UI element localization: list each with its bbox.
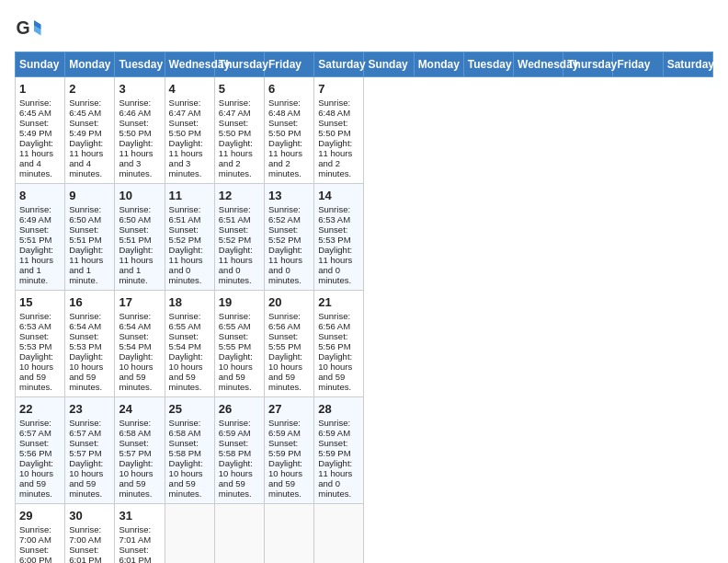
day-number: 23	[69, 402, 110, 416]
day-cell: 17Sunrise: 6:54 AMSunset: 5:54 PMDayligh…	[115, 291, 165, 397]
sunset-label: Sunset: 6:01 PM	[119, 545, 151, 563]
sunrise-label: Sunrise: 6:51 AM	[219, 204, 251, 224]
sunset-label: Sunset: 5:59 PM	[318, 438, 350, 458]
day-cell: 24Sunrise: 6:58 AMSunset: 5:57 PMDayligh…	[115, 397, 165, 504]
daylight-label: Daylight: 10 hours and 59 minutes.	[19, 458, 53, 499]
sunrise-label: Sunrise: 6:58 AM	[169, 418, 201, 438]
calendar-table: SundayMondayTuesdayWednesdayThursdayFrid…	[15, 52, 713, 563]
day-number: 14	[318, 189, 359, 202]
sunrise-label: Sunrise: 7:00 AM	[69, 524, 101, 545]
sunset-label: Sunset: 6:00 PM	[19, 545, 51, 563]
daylight-label: Daylight: 10 hours and 59 minutes.	[169, 351, 203, 392]
header-sunday: Sunday	[364, 52, 414, 77]
week-row-1: 1Sunrise: 6:45 AMSunset: 5:49 PMDaylight…	[16, 77, 713, 184]
header-day-thursday: Thursday	[214, 52, 264, 77]
day-number: 4	[169, 82, 210, 96]
sunset-label: Sunset: 5:58 PM	[169, 438, 201, 458]
sunset-label: Sunset: 5:55 PM	[219, 331, 251, 351]
day-cell: 18Sunrise: 6:55 AMSunset: 5:54 PMDayligh…	[165, 291, 214, 397]
day-number: 21	[318, 295, 359, 309]
day-cell: 14Sunrise: 6:53 AMSunset: 5:53 PMDayligh…	[314, 184, 364, 291]
sunset-label: Sunset: 5:58 PM	[219, 438, 251, 458]
day-cell: 1Sunrise: 6:45 AMSunset: 5:49 PMDaylight…	[16, 77, 65, 184]
daylight-label: Daylight: 11 hours and 2 minutes.	[318, 138, 352, 178]
day-number: 15	[19, 295, 61, 309]
sunrise-label: Sunrise: 6:55 AM	[219, 311, 251, 331]
header-saturday: Saturday	[663, 52, 712, 77]
sunset-label: Sunset: 5:59 PM	[268, 438, 301, 458]
daylight-label: Daylight: 11 hours and 3 minutes.	[119, 138, 153, 178]
sunrise-label: Sunrise: 6:54 AM	[69, 311, 101, 331]
logo: G	[15, 15, 46, 42]
day-number: 11	[169, 189, 210, 202]
day-cell: 19Sunrise: 6:55 AMSunset: 5:55 PMDayligh…	[214, 291, 264, 397]
daylight-label: Daylight: 11 hours and 2 minutes.	[219, 138, 253, 178]
daylight-label: Daylight: 11 hours and 0 minutes.	[169, 245, 203, 285]
daylight-label: Daylight: 10 hours and 59 minutes.	[318, 351, 352, 392]
day-number: 12	[219, 189, 260, 202]
daylight-label: Daylight: 10 hours and 59 minutes.	[268, 351, 302, 392]
day-cell: 13Sunrise: 6:52 AMSunset: 5:52 PMDayligh…	[265, 184, 314, 291]
day-number: 1	[19, 82, 61, 96]
daylight-label: Daylight: 10 hours and 59 minutes.	[119, 458, 153, 499]
daylight-label: Daylight: 11 hours and 3 minutes.	[169, 138, 203, 178]
header-day-monday: Monday	[65, 52, 115, 77]
daylight-label: Daylight: 10 hours and 59 minutes.	[119, 351, 153, 392]
day-cell: 2Sunrise: 6:45 AMSunset: 5:49 PMDaylight…	[65, 77, 115, 184]
day-number: 2	[69, 82, 110, 96]
day-cell: 26Sunrise: 6:59 AMSunset: 5:58 PMDayligh…	[214, 397, 264, 504]
week-row-2: 8Sunrise: 6:49 AMSunset: 5:51 PMDaylight…	[16, 184, 713, 291]
day-number: 22	[19, 402, 61, 416]
day-cell: 6Sunrise: 6:48 AMSunset: 5:50 PMDaylight…	[265, 77, 314, 184]
sunrise-label: Sunrise: 6:45 AM	[69, 98, 101, 118]
day-number: 27	[268, 402, 310, 416]
day-number: 20	[268, 295, 310, 309]
header-day-sunday: Sunday	[16, 52, 65, 77]
day-cell: 22Sunrise: 6:57 AMSunset: 5:56 PMDayligh…	[16, 397, 65, 504]
daylight-label: Daylight: 10 hours and 59 minutes.	[69, 458, 103, 499]
sunset-label: Sunset: 5:51 PM	[119, 224, 151, 245]
header-thursday: Thursday	[563, 52, 613, 77]
day-cell: 5Sunrise: 6:47 AMSunset: 5:50 PMDaylight…	[214, 77, 264, 184]
day-number: 7	[318, 82, 359, 96]
header-wednesday: Wednesday	[514, 52, 563, 77]
day-cell	[214, 504, 264, 564]
day-number: 10	[119, 189, 160, 202]
daylight-label: Daylight: 11 hours and 0 minutes.	[318, 458, 352, 499]
day-number: 8	[19, 189, 61, 202]
sunrise-label: Sunrise: 6:58 AM	[119, 418, 151, 438]
daylight-label: Daylight: 11 hours and 0 minutes.	[219, 245, 253, 285]
sunrise-label: Sunrise: 6:53 AM	[318, 204, 350, 224]
daylight-label: Daylight: 11 hours and 4 minutes.	[19, 138, 53, 178]
sunrise-label: Sunrise: 6:50 AM	[69, 204, 101, 224]
sunrise-label: Sunrise: 6:48 AM	[318, 98, 350, 118]
day-cell: 9Sunrise: 6:50 AMSunset: 5:51 PMDaylight…	[65, 184, 115, 291]
daylight-label: Daylight: 11 hours and 4 minutes.	[69, 138, 103, 178]
daylight-label: Daylight: 10 hours and 59 minutes.	[219, 351, 253, 392]
sunset-label: Sunset: 5:50 PM	[119, 118, 151, 138]
day-number: 3	[119, 82, 160, 96]
header-day-tuesday: Tuesday	[115, 52, 165, 77]
sunrise-label: Sunrise: 6:51 AM	[169, 204, 201, 224]
header-monday: Monday	[414, 52, 463, 77]
day-cell: 12Sunrise: 6:51 AMSunset: 5:52 PMDayligh…	[214, 184, 264, 291]
sunset-label: Sunset: 5:50 PM	[268, 118, 301, 138]
day-number: 6	[268, 82, 310, 96]
daylight-label: Daylight: 10 hours and 59 minutes.	[268, 458, 302, 499]
header-day-wednesday: Wednesday	[165, 52, 214, 77]
sunset-label: Sunset: 5:49 PM	[19, 118, 51, 138]
sunset-label: Sunset: 5:52 PM	[169, 224, 201, 245]
sunrise-label: Sunrise: 7:01 AM	[119, 524, 151, 545]
day-number: 24	[119, 402, 160, 416]
sunset-label: Sunset: 5:51 PM	[19, 224, 51, 245]
header-row: SundayMondayTuesdayWednesdayThursdayFrid…	[16, 52, 713, 77]
sunset-label: Sunset: 5:54 PM	[169, 331, 201, 351]
sunrise-label: Sunrise: 6:48 AM	[268, 98, 301, 118]
sunset-label: Sunset: 5:50 PM	[219, 118, 251, 138]
sunrise-label: Sunrise: 6:47 AM	[169, 98, 201, 118]
day-cell: 30Sunrise: 7:00 AMSunset: 6:01 PMDayligh…	[65, 504, 115, 564]
daylight-label: Daylight: 11 hours and 0 minutes.	[268, 245, 302, 285]
sunrise-label: Sunrise: 6:46 AM	[119, 98, 151, 118]
logo-icon: G	[15, 15, 42, 42]
sunrise-label: Sunrise: 6:59 AM	[268, 418, 301, 438]
